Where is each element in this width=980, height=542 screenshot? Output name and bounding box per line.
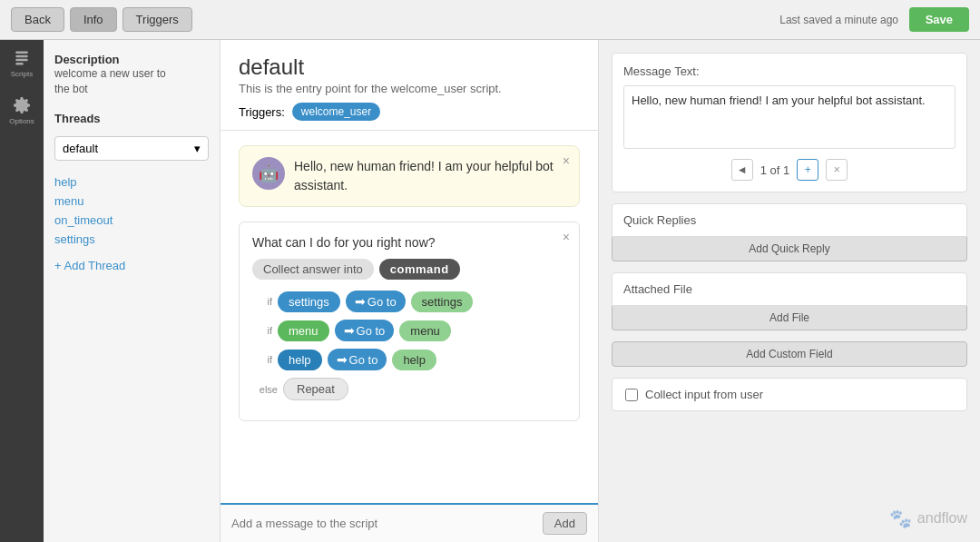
threads-title: Threads <box>54 112 209 125</box>
attached-file-label: Attached File <box>612 272 967 306</box>
condition-row-help: if help ➡ Go to help <box>252 349 566 370</box>
collect-input-label: Collect input from user <box>645 388 763 401</box>
quick-replies-label: Quick Replies <box>612 203 967 237</box>
script-triggers: Triggers: welcome_user <box>239 103 580 121</box>
goto-icon-help: ➡ <box>337 352 348 367</box>
repeat-button[interactable]: Repeat <box>283 378 348 400</box>
thread-link-settings[interactable]: settings <box>54 232 209 246</box>
if-label-settings: if <box>252 296 272 307</box>
question-text: What can I do for you right now? <box>252 235 566 250</box>
goto-label-help: Go to <box>349 353 378 367</box>
goto-button-help[interactable]: ➡ Go to <box>328 349 387 370</box>
thread-link-help[interactable]: help <box>54 175 209 189</box>
bot-avatar: 🤖 <box>252 157 285 190</box>
goto-label-menu: Go to <box>357 324 386 338</box>
info-button[interactable]: Info <box>70 7 117 32</box>
condition-row-menu: if menu ➡ Go to menu <box>252 320 566 341</box>
andflow-text: andflow <box>917 510 967 527</box>
sidebar: Scripts Options <box>0 40 44 542</box>
condition-value-menu[interactable]: menu <box>278 320 329 341</box>
add-thread-button[interactable]: + Add Thread <box>54 259 209 272</box>
pagination: ◄ 1 of 1 + × <box>623 159 956 181</box>
andflow-brand: 🐾 andflow <box>889 508 967 529</box>
sidebar-item-options[interactable]: Options <box>5 94 38 127</box>
thread-select[interactable]: default ▾ <box>54 136 209 161</box>
condition-value-settings[interactable]: settings <box>278 291 340 312</box>
message-text-section: Message Text: ◄ 1 of 1 + × <box>612 53 967 192</box>
message-bubble-text: Hello, new human friend! I am your helpf… <box>294 157 566 195</box>
if-label-menu: if <box>252 325 272 336</box>
add-message-input[interactable] <box>231 517 543 530</box>
svg-rect-0 <box>15 52 27 54</box>
message-text-label: Message Text: <box>623 64 956 78</box>
svg-rect-3 <box>15 63 23 65</box>
goto-button-settings[interactable]: ➡ Go to <box>346 291 406 312</box>
close-page-button[interactable]: × <box>826 159 848 181</box>
description-title: Description <box>54 53 209 66</box>
question-close-icon[interactable]: × <box>563 230 570 244</box>
trigger-badge[interactable]: welcome_user <box>292 103 380 121</box>
thread-link-menu[interactable]: menu <box>54 194 209 208</box>
collect-input-checkbox[interactable] <box>625 389 638 401</box>
if-label-help: if <box>252 354 272 365</box>
andflow-icon: 🐾 <box>889 508 912 529</box>
goto-button-menu[interactable]: ➡ Go to <box>335 320 395 341</box>
svg-rect-2 <box>15 59 27 62</box>
right-panel: Message Text: ◄ 1 of 1 + × Quick Replies… <box>599 40 980 542</box>
main-layout: Scripts Options Description welcome a ne… <box>0 40 980 542</box>
current-thread: default <box>63 142 98 155</box>
collect-command[interactable]: command <box>379 259 460 280</box>
collect-label: Collect answer into <box>252 259 374 280</box>
add-message-bar: Add <box>220 503 598 542</box>
save-button[interactable]: Save <box>909 7 969 32</box>
goto-target-help[interactable]: help <box>392 350 436 370</box>
else-label: else <box>252 384 278 395</box>
condition-row-else: else Repeat <box>252 378 566 400</box>
svg-rect-1 <box>15 55 27 58</box>
topbar: Back Info Triggers Last saved a minute a… <box>0 0 980 40</box>
message-block: 🤖 Hello, new human friend! I am your hel… <box>239 145 580 207</box>
add-page-button[interactable]: + <box>797 159 818 181</box>
saved-status: Last saved a minute ago <box>779 14 898 26</box>
add-custom-field-button[interactable]: Add Custom Field <box>612 341 967 367</box>
script-editor: default This is the entry point for the … <box>220 40 599 542</box>
script-content: 🤖 Hello, new human friend! I am your hel… <box>220 131 598 503</box>
thread-links: help menu on_timeout settings <box>54 175 209 246</box>
goto-target-menu[interactable]: menu <box>399 320 451 341</box>
thread-link-on_timeout[interactable]: on_timeout <box>54 213 209 227</box>
condition-row-settings: if settings ➡ Go to settings <box>252 291 566 312</box>
chevron-down-icon: ▾ <box>194 142 201 155</box>
question-block: × What can I do for you right now? Colle… <box>239 222 580 421</box>
message-text-textarea[interactable] <box>623 85 956 149</box>
add-file-button[interactable]: Add File <box>612 306 967 330</box>
back-button[interactable]: Back <box>11 7 64 32</box>
add-quick-reply-button[interactable]: Add Quick Reply <box>612 237 967 261</box>
triggers-label: Triggers: <box>239 105 285 119</box>
goto-icon-menu: ➡ <box>344 323 355 338</box>
triggers-button[interactable]: Triggers <box>122 7 192 32</box>
message-close-icon[interactable]: × <box>563 153 570 168</box>
script-description: This is the entry point for the welcome_… <box>239 82 580 95</box>
sidebar-item-scripts[interactable]: Scripts <box>5 47 38 80</box>
options-label: Options <box>9 117 34 125</box>
add-message-button[interactable]: Add <box>543 512 587 535</box>
script-header: default This is the entry point for the … <box>220 40 598 131</box>
scripts-label: Scripts <box>11 70 33 78</box>
description-panel: Description welcome a new user to the bo… <box>44 40 220 542</box>
script-name: default <box>239 54 580 80</box>
prev-page-button[interactable]: ◄ <box>731 159 753 181</box>
goto-label-settings: Go to <box>368 295 397 309</box>
attached-file-section: Attached File Add File <box>612 272 967 330</box>
page-info: 1 of 1 <box>760 163 790 177</box>
goto-icon-settings: ➡ <box>355 294 366 309</box>
collect-input-row: Collect input from user <box>612 378 967 411</box>
goto-target-settings[interactable]: settings <box>411 291 474 312</box>
condition-value-help[interactable]: help <box>278 350 322 370</box>
quick-replies-section: Quick Replies Add Quick Reply <box>612 203 967 261</box>
collect-row: Collect answer into command <box>252 259 566 280</box>
description-text: welcome a new user to the bot <box>54 66 209 97</box>
right-panel-content: Message Text: ◄ 1 of 1 + × Quick Replies… <box>599 40 980 424</box>
